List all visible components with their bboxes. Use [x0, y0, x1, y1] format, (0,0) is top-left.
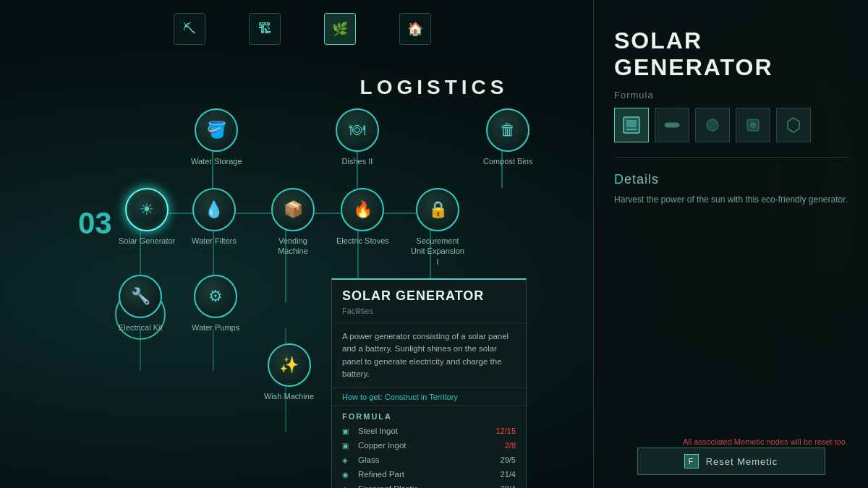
node-electrical-kit[interactable]: 🔧 Electrical Kit [119, 275, 163, 333]
svg-point-19 [707, 119, 718, 131]
ingredient-icon-1: ▣ [342, 440, 352, 450]
securement-label: Securement Unit Expansion I [409, 236, 467, 267]
electric-stoves-circle: 🔥 [341, 188, 384, 231]
panel-details-title: Details [594, 172, 868, 193]
water-storage-label: Water Storage [191, 156, 242, 166]
ingredient-row-1: ▣ Copper Ingot 2/8 [332, 438, 526, 453]
node-water-pumps[interactable]: ⚙ Water Pumps [192, 275, 239, 333]
right-panel: SOLAR GENERATOR Formula [593, 0, 868, 488]
securement-circle: 🔒 [416, 188, 459, 231]
ingredient-name-4: Fireproof Plastic [358, 484, 501, 488]
ingredient-name-0: Steel Ingot [358, 427, 495, 435]
water-filters-circle: 💧 [192, 188, 236, 231]
formula-section-label: Formula [594, 90, 868, 100]
svg-point-21 [750, 122, 756, 128]
ingredient-icon-3: ◉ [342, 469, 352, 479]
ingredient-row-0: ▣ Steel Ingot 12/15 [332, 424, 526, 438]
ingredient-count-0: 12/15 [495, 427, 516, 435]
compost-circle: 🗑 [486, 108, 529, 152]
panel-title: SOLAR GENERATOR [594, 0, 868, 90]
water-storage-circle: 🪣 [195, 108, 238, 152]
formula-icons-row [594, 108, 868, 157]
compost-label: Compost Bins [483, 156, 532, 166]
tooltip-popup: SOLAR GENERATOR Facilities A power gener… [331, 278, 527, 488]
electrical-kit-label: Electrical Kit [119, 322, 163, 333]
tooltip-subtitle: Facilities [332, 307, 526, 323]
reset-key-label: F [684, 454, 699, 468]
ingredient-row-3: ◉ Refined Part 21/4 [332, 467, 526, 481]
ingredient-icon-4: ◈ [342, 484, 352, 488]
svg-rect-18 [665, 123, 679, 127]
ingredient-count-3: 21/4 [501, 470, 516, 479]
svg-rect-16 [626, 120, 637, 127]
ingredient-row-4: ◈ Fireproof Plastic 38/4 [332, 481, 526, 488]
water-pumps-circle: ⚙ [194, 275, 237, 318]
formula-icon-4[interactable] [776, 108, 811, 142]
ingredient-count-1: 2/8 [505, 441, 516, 450]
ingredient-name-1: Copper Ingot [358, 441, 505, 450]
tooltip-description: A power generator consisting of a solar … [332, 323, 526, 388]
node-vending-machine[interactable]: 📦 Vending Machine [264, 188, 322, 257]
node-electric-stoves[interactable]: 🔥 Electric Stoves [336, 188, 389, 246]
formula-icon-1[interactable] [655, 108, 689, 142]
tooltip-formula-header: FORMULA [332, 406, 526, 424]
wish-machine-label: Wish Machine [264, 391, 314, 401]
tech-tree: 03 🪣 Water Storage 🍽 Dishes II 🗑 Compost… [36, 94, 600, 484]
vending-machine-circle: 📦 [271, 188, 315, 231]
node-wish-machine[interactable]: ✨ Wish Machine [264, 343, 314, 401]
vending-machine-label: Vending Machine [264, 236, 322, 257]
ingredient-name-2: Glass [358, 455, 501, 464]
node-dishes-ii[interactable]: 🍽 Dishes II [336, 108, 379, 166]
formula-icon-0[interactable] [614, 108, 649, 142]
reset-memetic-button[interactable]: F Reset Memetic [637, 448, 825, 475]
solar-generator-label: Solar Generator [119, 236, 175, 246]
ingredient-icon-2: ◈ [342, 455, 352, 465]
main-content: ⛏ 🏗 🌿 🏠 LOGISTICS [0, 0, 868, 488]
nav-building[interactable]: 🏗 [249, 13, 281, 45]
panel-description: Harvest the power of the sun with this e… [594, 193, 868, 221]
row-number: 03 [78, 206, 112, 241]
ingredient-count-4: 38/4 [501, 484, 516, 488]
node-solar-generator[interactable]: ☀ Solar Generator [119, 188, 175, 246]
tooltip-how-to-get: How to get: Construct in Territory [332, 388, 526, 406]
node-water-storage[interactable]: 🪣 Water Storage [191, 108, 242, 166]
formula-icon-2[interactable] [695, 108, 730, 142]
panel-divider [614, 157, 848, 158]
nav-logistics[interactable]: 🌿 [324, 13, 356, 45]
reset-warning: All associated Memetic nodes will be res… [683, 437, 848, 446]
dishes-circle: 🍽 [336, 108, 379, 152]
top-navigation: ⛏ 🏗 🌿 🏠 [174, 13, 431, 45]
electrical-kit-circle: 🔧 [119, 275, 162, 318]
water-pumps-label: Water Pumps [192, 322, 239, 333]
reset-btn-label: Reset Memetic [706, 456, 778, 467]
ingredient-row-2: ◈ Glass 29/5 [332, 453, 526, 467]
formula-icon-3[interactable] [736, 108, 770, 142]
node-compost-bins[interactable]: 🗑 Compost Bins [483, 108, 532, 166]
nav-home[interactable]: 🏠 [399, 13, 431, 45]
electric-stoves-label: Electric Stoves [336, 236, 389, 246]
ingredient-count-2: 29/5 [501, 455, 516, 464]
water-filters-label: Water Filters [192, 236, 237, 246]
ingredient-name-3: Refined Part [358, 470, 501, 479]
node-securement-unit[interactable]: 🔒 Securement Unit Expansion I [409, 188, 467, 267]
dishes-label: Dishes II [342, 156, 373, 166]
solar-generator-circle: ☀ [125, 188, 169, 231]
wish-machine-circle: ✨ [268, 343, 311, 387]
ingredient-icon-0: ▣ [342, 426, 352, 436]
node-water-filters[interactable]: 💧 Water Filters [192, 188, 237, 246]
nav-pickaxe[interactable]: ⛏ [174, 13, 205, 45]
tooltip-title: SOLAR GENERATOR [332, 280, 526, 307]
